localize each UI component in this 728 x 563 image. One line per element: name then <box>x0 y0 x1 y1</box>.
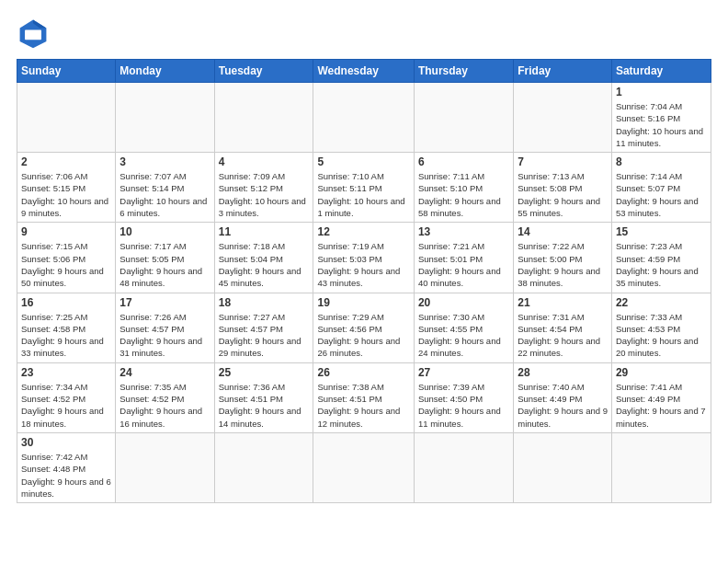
calendar-cell: 7Sunrise: 7:13 AM Sunset: 5:08 PM Daylig… <box>514 153 612 223</box>
calendar-cell <box>214 432 313 502</box>
week-row-4: 16Sunrise: 7:25 AM Sunset: 4:58 PM Dayli… <box>17 293 711 362</box>
calendar-cell: 2Sunrise: 7:06 AM Sunset: 5:15 PM Daylig… <box>17 153 116 223</box>
week-row-3: 9Sunrise: 7:15 AM Sunset: 5:06 PM Daylig… <box>17 223 711 293</box>
calendar-cell <box>611 432 711 502</box>
day-number: 14 <box>518 225 608 238</box>
calendar-cell <box>116 83 214 153</box>
calendar-cell: 13Sunrise: 7:21 AM Sunset: 5:01 PM Dayli… <box>414 223 513 293</box>
calendar-cell <box>514 83 612 153</box>
calendar-cell <box>313 432 414 502</box>
day-info: Sunrise: 7:31 AM Sunset: 4:54 PM Dayligh… <box>518 311 608 360</box>
day-number: 15 <box>616 225 707 238</box>
calendar-cell: 21Sunrise: 7:31 AM Sunset: 4:54 PM Dayli… <box>514 293 612 362</box>
calendar-cell: 15Sunrise: 7:23 AM Sunset: 4:59 PM Dayli… <box>611 223 711 293</box>
calendar-cell: 28Sunrise: 7:40 AM Sunset: 4:49 PM Dayli… <box>514 362 612 432</box>
day-info: Sunrise: 7:04 AM Sunset: 5:16 PM Dayligh… <box>616 100 707 149</box>
day-number: 8 <box>616 155 707 168</box>
week-row-5: 23Sunrise: 7:34 AM Sunset: 4:52 PM Dayli… <box>17 362 711 432</box>
day-number: 6 <box>418 155 509 168</box>
calendar-cell: 9Sunrise: 7:15 AM Sunset: 5:06 PM Daylig… <box>17 223 116 293</box>
weekday-header-tuesday: Tuesday <box>214 60 313 83</box>
calendar-cell: 19Sunrise: 7:29 AM Sunset: 4:56 PM Dayli… <box>313 293 414 362</box>
day-info: Sunrise: 7:13 AM Sunset: 5:08 PM Dayligh… <box>518 170 608 219</box>
day-info: Sunrise: 7:34 AM Sunset: 4:52 PM Dayligh… <box>21 381 111 430</box>
calendar-cell <box>514 432 612 502</box>
day-number: 27 <box>418 366 509 379</box>
calendar-cell: 22Sunrise: 7:33 AM Sunset: 4:53 PM Dayli… <box>611 293 711 362</box>
calendar-cell: 18Sunrise: 7:27 AM Sunset: 4:57 PM Dayli… <box>214 293 313 362</box>
day-number: 29 <box>616 366 707 379</box>
day-number: 26 <box>317 366 409 379</box>
calendar-cell: 20Sunrise: 7:30 AM Sunset: 4:55 PM Dayli… <box>414 293 513 362</box>
day-info: Sunrise: 7:33 AM Sunset: 4:53 PM Dayligh… <box>616 311 707 360</box>
day-info: Sunrise: 7:06 AM Sunset: 5:15 PM Dayligh… <box>21 170 111 219</box>
day-info: Sunrise: 7:07 AM Sunset: 5:14 PM Dayligh… <box>119 170 210 219</box>
calendar-cell: 12Sunrise: 7:19 AM Sunset: 5:03 PM Dayli… <box>313 223 414 293</box>
calendar-cell <box>414 83 513 153</box>
calendar-cell: 16Sunrise: 7:25 AM Sunset: 4:58 PM Dayli… <box>17 293 116 362</box>
day-number: 10 <box>119 225 210 238</box>
day-info: Sunrise: 7:14 AM Sunset: 5:07 PM Dayligh… <box>616 170 707 219</box>
weekday-header-monday: Monday <box>116 60 214 83</box>
day-number: 12 <box>317 225 409 238</box>
day-info: Sunrise: 7:30 AM Sunset: 4:55 PM Dayligh… <box>418 311 509 360</box>
calendar-cell: 5Sunrise: 7:10 AM Sunset: 5:11 PM Daylig… <box>313 153 414 223</box>
weekday-header-sunday: Sunday <box>17 60 116 83</box>
day-number: 13 <box>418 225 509 238</box>
day-info: Sunrise: 7:15 AM Sunset: 5:06 PM Dayligh… <box>21 240 111 289</box>
header <box>17 17 711 50</box>
day-info: Sunrise: 7:19 AM Sunset: 5:03 PM Dayligh… <box>317 240 409 289</box>
calendar-cell: 8Sunrise: 7:14 AM Sunset: 5:07 PM Daylig… <box>611 153 711 223</box>
day-info: Sunrise: 7:35 AM Sunset: 4:52 PM Dayligh… <box>119 381 210 430</box>
day-info: Sunrise: 7:09 AM Sunset: 5:12 PM Dayligh… <box>219 170 310 219</box>
calendar-cell: 3Sunrise: 7:07 AM Sunset: 5:14 PM Daylig… <box>116 153 214 223</box>
day-number: 17 <box>119 296 210 309</box>
day-info: Sunrise: 7:26 AM Sunset: 4:57 PM Dayligh… <box>119 311 210 360</box>
calendar-cell: 30Sunrise: 7:42 AM Sunset: 4:48 PM Dayli… <box>17 432 116 502</box>
day-number: 25 <box>219 366 310 379</box>
day-info: Sunrise: 7:41 AM Sunset: 4:49 PM Dayligh… <box>616 381 707 430</box>
day-number: 21 <box>518 296 608 309</box>
calendar-cell: 25Sunrise: 7:36 AM Sunset: 4:51 PM Dayli… <box>214 362 313 432</box>
weekday-header-row: SundayMondayTuesdayWednesdayThursdayFrid… <box>17 60 711 83</box>
calendar-cell: 10Sunrise: 7:17 AM Sunset: 5:05 PM Dayli… <box>116 223 214 293</box>
calendar-cell <box>116 432 214 502</box>
calendar-cell: 23Sunrise: 7:34 AM Sunset: 4:52 PM Dayli… <box>17 362 116 432</box>
day-info: Sunrise: 7:17 AM Sunset: 5:05 PM Dayligh… <box>119 240 210 289</box>
day-number: 18 <box>219 296 310 309</box>
calendar-cell <box>214 83 313 153</box>
calendar-cell <box>414 432 513 502</box>
calendar-cell: 29Sunrise: 7:41 AM Sunset: 4:49 PM Dayli… <box>611 362 711 432</box>
calendar-cell <box>313 83 414 153</box>
day-info: Sunrise: 7:22 AM Sunset: 5:00 PM Dayligh… <box>518 240 608 289</box>
calendar-cell: 24Sunrise: 7:35 AM Sunset: 4:52 PM Dayli… <box>116 362 214 432</box>
day-info: Sunrise: 7:29 AM Sunset: 4:56 PM Dayligh… <box>317 311 409 360</box>
logo <box>17 17 53 50</box>
day-number: 30 <box>21 436 111 449</box>
day-number: 3 <box>119 155 210 168</box>
weekday-header-wednesday: Wednesday <box>313 60 414 83</box>
calendar: SundayMondayTuesdayWednesdayThursdayFrid… <box>17 59 711 503</box>
day-number: 7 <box>518 155 608 168</box>
calendar-cell: 27Sunrise: 7:39 AM Sunset: 4:50 PM Dayli… <box>414 362 513 432</box>
day-info: Sunrise: 7:21 AM Sunset: 5:01 PM Dayligh… <box>418 240 509 289</box>
day-info: Sunrise: 7:36 AM Sunset: 4:51 PM Dayligh… <box>219 381 310 430</box>
day-number: 4 <box>219 155 310 168</box>
page: SundayMondayTuesdayWednesdayThursdayFrid… <box>0 0 728 512</box>
day-info: Sunrise: 7:18 AM Sunset: 5:04 PM Dayligh… <box>219 240 310 289</box>
day-info: Sunrise: 7:25 AM Sunset: 4:58 PM Dayligh… <box>21 311 111 360</box>
calendar-cell: 1Sunrise: 7:04 AM Sunset: 5:16 PM Daylig… <box>611 83 711 153</box>
day-number: 2 <box>21 155 111 168</box>
week-row-2: 2Sunrise: 7:06 AM Sunset: 5:15 PM Daylig… <box>17 153 711 223</box>
day-number: 16 <box>21 296 111 309</box>
day-number: 23 <box>21 366 111 379</box>
day-info: Sunrise: 7:39 AM Sunset: 4:50 PM Dayligh… <box>418 381 509 430</box>
day-info: Sunrise: 7:23 AM Sunset: 4:59 PM Dayligh… <box>616 240 707 289</box>
weekday-header-friday: Friday <box>514 60 612 83</box>
calendar-cell: 14Sunrise: 7:22 AM Sunset: 5:00 PM Dayli… <box>514 223 612 293</box>
calendar-cell <box>17 83 116 153</box>
weekday-header-thursday: Thursday <box>414 60 513 83</box>
day-number: 22 <box>616 296 707 309</box>
day-number: 5 <box>317 155 409 168</box>
calendar-cell: 4Sunrise: 7:09 AM Sunset: 5:12 PM Daylig… <box>214 153 313 223</box>
